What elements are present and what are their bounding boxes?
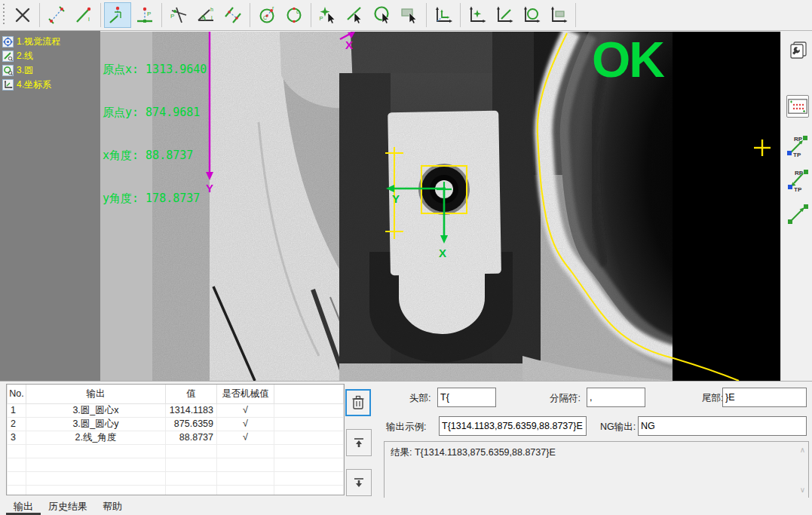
- pick-line-button[interactable]: [342, 2, 369, 28]
- pick-rect-button[interactable]: [396, 2, 423, 28]
- bottom-tabbar: 输出 历史结果 帮助: [0, 498, 812, 515]
- table-row-empty[interactable]: [8, 485, 344, 495]
- tree-item-label: 3.圆: [17, 64, 33, 77]
- coordinate-frame-icon: [434, 5, 453, 25]
- tail-input[interactable]: [722, 388, 807, 407]
- coordinate-frame-button[interactable]: [430, 2, 457, 28]
- table-row-empty[interactable]: [8, 471, 344, 485]
- coordinate-point-button[interactable]: [464, 2, 491, 28]
- svg-text:P: P: [147, 11, 151, 17]
- scroll-up-icon[interactable]: ∧: [800, 446, 805, 454]
- circle-tool-button[interactable]: c: [280, 2, 308, 28]
- line-icon: l: [74, 5, 93, 25]
- angle-tool-button[interactable]: h l θ: [192, 2, 219, 28]
- svg-text:r: r: [272, 5, 274, 11]
- overlay-line: y角度: 178.8737: [103, 192, 207, 206]
- table-row-empty[interactable]: [8, 444, 344, 458]
- result-value: T{1314.1183,875.6359,88.8737}E: [415, 447, 556, 458]
- point-perpendicular-tool-button[interactable]: P: [131, 2, 158, 28]
- bend-point-tool-button[interactable]: [104, 2, 131, 28]
- line-distance-tool-button[interactable]: [43, 2, 70, 28]
- rp-tp-arrow-icon: RP TP: [786, 133, 809, 158]
- delete-tool-button[interactable]: [9, 2, 36, 28]
- svg-text:TP: TP: [794, 186, 802, 192]
- table-row[interactable]: 3 2.线_角度 88.8737 √: [8, 431, 344, 444]
- tree-item-label: 2.线: [17, 50, 33, 63]
- right-tool-rail: RP TP RP TP: [780, 32, 812, 381]
- calibration-board-icon: [788, 99, 807, 114]
- coordinate-icon: [2, 79, 14, 90]
- tree-item-vision-flow[interactable]: 1.视觉流程: [2, 35, 100, 49]
- point-line-tool-button[interactable]: P: [165, 2, 192, 28]
- pick-point-button[interactable]: P: [314, 2, 342, 28]
- separator-input[interactable]: [587, 388, 645, 407]
- scroll-down-icon[interactable]: ∨: [800, 486, 805, 494]
- line-line-distance-tool-button[interactable]: [219, 2, 247, 28]
- pick-circle-button[interactable]: [369, 2, 396, 28]
- overlay-line: 原点x: 1313.9640: [103, 63, 207, 77]
- col-output: 输出: [26, 385, 166, 403]
- svg-text:P: P: [170, 13, 174, 20]
- toolbar-grip[interactable]: [2, 4, 6, 26]
- move-up-button[interactable]: [346, 429, 372, 456]
- tree-item-label: 4.坐标系: [17, 78, 51, 91]
- tail-label: 尾部:: [702, 392, 723, 405]
- vector-calibrate-button[interactable]: [786, 202, 809, 225]
- measurement-overlay: 原点x: 1313.9640 原点y: 874.9681 x角度: 88.873…: [103, 34, 207, 235]
- calibration-board-button[interactable]: [786, 95, 809, 118]
- table-row-empty[interactable]: [8, 458, 344, 471]
- delete-x-icon: [13, 5, 32, 25]
- vision-app-window: l P P: [0, 0, 812, 515]
- rp-tp-calibrate-button-2[interactable]: RP TP: [786, 169, 809, 192]
- result-box: 结果: T{1314.1183,875.6359,88.8737}E ∧ ∨: [384, 441, 809, 498]
- tree-item-circle[interactable]: 3.圆: [2, 63, 100, 78]
- line-tool-button[interactable]: l: [70, 2, 97, 28]
- svg-text:X: X: [439, 247, 446, 259]
- svg-text:TP: TP: [793, 152, 801, 158]
- line-line-distance-icon: [223, 5, 243, 25]
- vision-flow-icon: [2, 36, 14, 48]
- coordinate-line-button[interactable]: [491, 2, 518, 28]
- circle-tool-icon: [2, 65, 14, 76]
- svg-text:P: P: [320, 15, 323, 22]
- example-input[interactable]: [439, 416, 587, 436]
- header-label: 头部:: [409, 392, 431, 405]
- coordinate-rect-button[interactable]: [545, 2, 572, 28]
- table-row[interactable]: 1 3.圆_圆心x 1314.1183 √: [8, 403, 344, 417]
- coordinate-line-icon: [495, 5, 514, 25]
- svg-text:c: c: [296, 9, 299, 14]
- line-distance-icon: [47, 5, 66, 25]
- coordinate-circle-icon: [522, 5, 541, 25]
- svg-text:l: l: [211, 15, 213, 20]
- move-top-icon: [353, 437, 365, 449]
- tree-item-coordinate[interactable]: 4.坐标系: [2, 78, 100, 92]
- camera-viewport[interactable]: 3: [100, 32, 780, 381]
- pick-rect-icon: [400, 5, 419, 25]
- coordinate-rect-icon: [549, 5, 568, 25]
- angle-icon: h l θ: [196, 5, 216, 25]
- coordinate-circle-button[interactable]: [518, 2, 545, 28]
- tab-history[interactable]: 历史结果: [41, 498, 95, 515]
- tree-item-line[interactable]: 2.线: [2, 49, 100, 63]
- tab-output[interactable]: 输出: [6, 498, 41, 515]
- point-perpendicular-icon: P: [135, 5, 155, 25]
- point-line-icon: P: [169, 5, 188, 25]
- overlay-line: x角度: 88.8737: [103, 149, 207, 163]
- trash-icon: [351, 395, 365, 410]
- svg-text:X: X: [345, 38, 353, 51]
- rp-tp-calibrate-button-1[interactable]: RP TP: [786, 134, 809, 157]
- circle-radius-tool-button[interactable]: r C: [253, 2, 280, 28]
- wrench-document-icon: [787, 40, 808, 61]
- delete-output-button[interactable]: [345, 389, 371, 416]
- move-down-button[interactable]: [346, 469, 372, 496]
- header-input[interactable]: [437, 388, 496, 407]
- circle-radius-icon: r C: [257, 5, 277, 25]
- table-row[interactable]: 2 3.圆_圆心y 875.6359 √: [8, 417, 344, 431]
- tool-settings-button[interactable]: [786, 39, 809, 62]
- line-tool-icon: [2, 51, 14, 62]
- tab-help[interactable]: 帮助: [95, 498, 130, 515]
- svg-text:Y: Y: [392, 192, 400, 205]
- pick-point-icon: P: [318, 5, 338, 25]
- ng-output-input[interactable]: [638, 416, 807, 436]
- svg-text:θ: θ: [201, 14, 204, 20]
